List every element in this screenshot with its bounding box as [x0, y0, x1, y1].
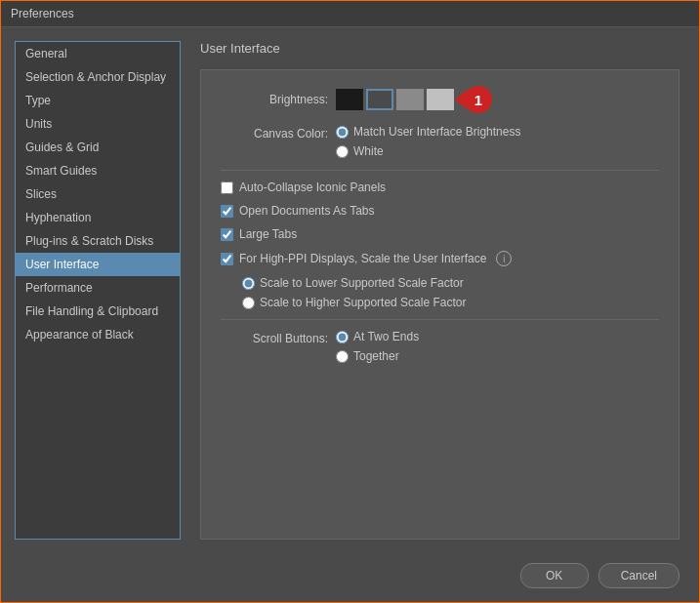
scale-higher-radio[interactable]: Scale to Higher Supported Scale Factor: [242, 296, 659, 309]
scroll-two-ends-radio[interactable]: At Two Ends: [336, 330, 419, 343]
sidebar-item-general[interactable]: General: [16, 42, 180, 65]
divider1: [221, 170, 659, 171]
sidebar-item-slices[interactable]: Slices: [16, 182, 180, 206]
high-ppi-checkbox[interactable]: [221, 253, 233, 265]
sidebar-item-type[interactable]: Type: [16, 89, 180, 112]
scroll-buttons-section: Scroll Buttons: At Two Ends Together: [221, 330, 659, 363]
open-as-tabs-label: Open Documents As Tabs: [239, 204, 375, 218]
open-as-tabs-row[interactable]: Open Documents As Tabs: [221, 204, 659, 218]
info-icon[interactable]: i: [496, 251, 512, 266]
canvas-color-options: Match User Interface Brightness White: [336, 125, 520, 158]
brightness-label: Brightness:: [221, 93, 328, 106]
auto-collapse-label: Auto-Collapse Iconic Panels: [239, 181, 386, 194]
canvas-white-radio[interactable]: White: [336, 144, 520, 158]
dialog-title: Preferences: [11, 7, 74, 20]
scale-options: Scale to Lower Supported Scale Factor Sc…: [242, 276, 659, 309]
scale-higher-label: Scale to Higher Supported Scale Factor: [260, 296, 466, 309]
brightness-row: Brightness: 1: [221, 86, 659, 113]
sidebar: General Selection & Anchor Display Type …: [15, 41, 181, 540]
cancel-button[interactable]: Cancel: [598, 563, 679, 588]
scroll-label-row: Scroll Buttons: At Two Ends Together: [221, 330, 659, 363]
scale-lower-label: Scale to Lower Supported Scale Factor: [260, 276, 464, 290]
sidebar-item-guides-grid[interactable]: Guides & Grid: [16, 136, 180, 159]
large-tabs-checkbox[interactable]: [221, 228, 233, 241]
canvas-color-row: Canvas Color: Match User Interface Brigh…: [221, 125, 659, 158]
auto-collapse-row[interactable]: Auto-Collapse Iconic Panels: [221, 181, 659, 194]
sidebar-item-plugins[interactable]: Plug-ins & Scratch Disks: [16, 229, 180, 253]
scale-lower-radio[interactable]: Scale to Lower Supported Scale Factor: [242, 276, 659, 290]
badge-number: 1: [465, 86, 492, 113]
main-content: User Interface Brightness: 1 Canvas Colo: [190, 27, 699, 553]
large-tabs-row[interactable]: Large Tabs: [221, 227, 659, 241]
open-as-tabs-checkbox[interactable]: [221, 205, 233, 218]
title-bar: Preferences: [1, 1, 699, 27]
swatch-medium[interactable]: [396, 89, 424, 110]
dialog-body: General Selection & Anchor Display Type …: [1, 27, 699, 553]
canvas-color-label: Canvas Color:: [221, 125, 328, 141]
auto-collapse-checkbox[interactable]: [221, 181, 233, 194]
sidebar-item-performance[interactable]: Performance: [16, 276, 180, 300]
ok-button[interactable]: OK: [520, 563, 589, 588]
content-panel: Brightness: 1 Canvas Color:: [200, 69, 679, 540]
scroll-two-ends-label: At Two Ends: [353, 330, 419, 343]
scroll-options: At Two Ends Together: [336, 330, 419, 363]
scroll-together-label: Together: [353, 349, 399, 363]
scroll-together-radio[interactable]: Together: [336, 349, 419, 363]
large-tabs-label: Large Tabs: [239, 227, 297, 241]
canvas-white-label: White: [353, 144, 384, 158]
section-title: User Interface: [200, 41, 679, 56]
high-ppi-row[interactable]: For High-PPI Displays, Scale the User In…: [221, 251, 659, 266]
canvas-match-label: Match User Interface Brightness: [353, 125, 520, 139]
sidebar-item-user-interface[interactable]: User Interface: [16, 253, 180, 276]
sidebar-item-appearance-black[interactable]: Appearance of Black: [16, 323, 180, 346]
swatch-black[interactable]: [336, 89, 363, 110]
sidebar-item-smart-guides[interactable]: Smart Guides: [16, 159, 180, 182]
divider2: [221, 319, 659, 320]
canvas-match-radio[interactable]: Match User Interface Brightness: [336, 125, 520, 139]
preferences-dialog: Preferences General Selection & Anchor D…: [0, 0, 700, 603]
scroll-buttons-label: Scroll Buttons:: [221, 330, 328, 345]
sidebar-item-units[interactable]: Units: [16, 112, 180, 136]
swatch-dark[interactable]: [366, 89, 393, 110]
footer: OK Cancel: [1, 553, 699, 602]
high-ppi-label: For High-PPI Displays, Scale the User In…: [239, 252, 486, 265]
sidebar-item-hyphenation[interactable]: Hyphenation: [16, 206, 180, 229]
sidebar-item-selection-anchor[interactable]: Selection & Anchor Display: [16, 65, 180, 89]
sidebar-item-file-handling[interactable]: File Handling & Clipboard: [16, 300, 180, 323]
brightness-swatches: 1: [336, 86, 492, 113]
swatch-light[interactable]: [427, 89, 454, 110]
